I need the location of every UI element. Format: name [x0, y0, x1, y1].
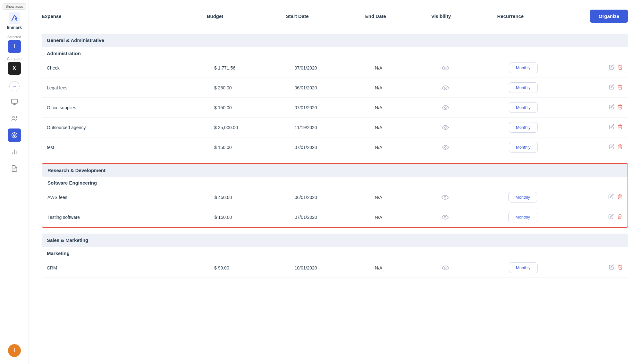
nav-icon-chart[interactable] [8, 145, 21, 159]
expense-end-date: N/A [375, 195, 442, 200]
delete-icon[interactable] [618, 64, 623, 71]
edit-icon[interactable] [608, 194, 614, 201]
recurrence-cell: Monthly [509, 102, 603, 113]
expense-end-date: N/A [375, 145, 442, 150]
expense-name: Testing software [47, 215, 215, 220]
edit-icon[interactable] [609, 84, 614, 91]
visibility-icon[interactable] [442, 64, 509, 71]
delete-icon[interactable] [617, 194, 622, 201]
nav-icon-budget[interactable] [8, 128, 21, 142]
selected-label: Selected [7, 35, 21, 39]
expense-row: CRM $ 99.00 10/01/2020 N/A Monthly [42, 258, 628, 278]
compare-section: Compare X [0, 57, 29, 75]
col-expense: Expense [42, 13, 207, 19]
recurrence-cell: Monthly [509, 82, 603, 93]
expense-end-date: N/A [375, 105, 442, 110]
section-group-general-admin: General & AdministrativeAdministration C… [42, 34, 628, 157]
svg-point-14 [444, 127, 446, 128]
svg-point-15 [444, 146, 446, 148]
expense-name: Legal fees [47, 85, 214, 90]
section-title-sales-marketing: Sales & Marketing [42, 234, 628, 247]
recurrence-badge[interactable]: Monthly [509, 82, 538, 93]
recurrence-badge[interactable]: Monthly [509, 102, 538, 113]
nav-icon-people[interactable] [8, 112, 21, 125]
expense-budget: $ 25,000.00 [214, 125, 295, 130]
expense-budget: $ 150.00 [215, 215, 295, 220]
edit-icon[interactable] [609, 124, 614, 131]
delete-icon[interactable] [617, 214, 622, 221]
subsection-title-software-engineering: Software Engineering [42, 177, 628, 187]
nav-icon-document[interactable] [8, 162, 21, 175]
edit-icon[interactable] [609, 104, 614, 111]
logo-area: finmark [7, 12, 22, 30]
visibility-icon[interactable] [442, 144, 509, 151]
recurrence-badge[interactable]: Monthly [508, 192, 537, 203]
edit-icon[interactable] [609, 64, 614, 71]
recurrence-badge[interactable]: Monthly [509, 142, 538, 153]
svg-point-13 [444, 107, 446, 109]
visibility-icon[interactable] [442, 104, 509, 111]
expense-budget: $ 1,771.56 [214, 65, 295, 70]
section-group-sales-marketing: Sales & MarketingMarketing CRM $ 99.00 1… [42, 234, 628, 278]
organize-button[interactable]: Organize [590, 10, 628, 23]
row-actions [603, 84, 623, 91]
visibility-icon[interactable] [442, 84, 509, 91]
visibility-icon[interactable] [442, 264, 509, 271]
edit-icon[interactable] [608, 214, 614, 221]
recurrence-badge[interactable]: Monthly [509, 122, 538, 133]
section-general-admin: General & AdministrativeAdministration C… [42, 34, 628, 157]
recurrence-cell: Monthly [508, 212, 602, 222]
delete-icon[interactable] [618, 84, 623, 91]
visibility-icon[interactable] [442, 214, 508, 221]
expense-start-date: 07/01/2020 [295, 65, 375, 70]
expense-start-date: 06/01/2020 [295, 85, 375, 90]
expense-row: Check $ 1,771.56 07/01/2020 N/A Monthly [42, 58, 628, 78]
user-avatar[interactable]: I [8, 344, 21, 357]
col-recurrence: Recurrence [497, 13, 590, 19]
show-apps-button[interactable]: Show apps [3, 3, 26, 10]
selected-avatar[interactable]: I [8, 40, 21, 53]
expense-budget: $ 99.00 [214, 265, 295, 270]
svg-point-12 [444, 87, 446, 89]
expense-row: Testing software $ 150.00 07/01/2020 N/A… [42, 207, 628, 227]
recurrence-badge[interactable]: Monthly [508, 212, 537, 222]
delete-icon[interactable] [618, 264, 623, 271]
svg-rect-0 [9, 12, 20, 24]
expense-end-date: N/A [375, 265, 442, 270]
recurrence-badge[interactable]: Monthly [509, 262, 538, 273]
row-actions [603, 124, 623, 131]
svg-point-11 [444, 67, 446, 69]
recurrence-badge[interactable]: Monthly [509, 62, 538, 73]
expand-arrow[interactable]: → [9, 81, 20, 91]
expense-end-date: N/A [375, 125, 442, 130]
sidebar-nav [8, 95, 21, 344]
expense-end-date: N/A [375, 65, 442, 70]
nav-icon-monitor[interactable] [8, 95, 21, 109]
table-header: Expense Budget Start Date End Date Visib… [42, 10, 628, 28]
expense-start-date: 06/01/2020 [295, 195, 375, 200]
expense-budget: $ 450.00 [215, 195, 295, 200]
expense-start-date: 07/01/2020 [295, 105, 375, 110]
expense-row: test $ 150.00 07/01/2020 N/A Monthly [42, 137, 628, 157]
delete-icon[interactable] [618, 104, 623, 111]
edit-icon[interactable] [609, 144, 614, 151]
edit-icon[interactable] [609, 264, 614, 271]
expense-name: AWS fees [47, 195, 215, 200]
compare-avatar[interactable]: X [8, 62, 21, 75]
sidebar-bottom: I [8, 344, 21, 361]
row-actions [602, 194, 622, 201]
visibility-icon[interactable] [442, 124, 509, 131]
expense-end-date: N/A [375, 215, 442, 220]
delete-icon[interactable] [618, 144, 623, 151]
visibility-icon[interactable] [442, 194, 508, 201]
row-actions [603, 144, 623, 151]
expense-budget: $ 150.00 [214, 145, 295, 150]
section-sales-marketing: Sales & MarketingMarketing CRM $ 99.00 1… [42, 234, 628, 278]
expense-budget: $ 250.00 [214, 85, 295, 90]
main-content: Expense Budget Start Date End Date Visib… [29, 0, 641, 364]
section-research-dev: Research & DevelopmentSoftware Engineeri… [42, 163, 628, 228]
sidebar: Show apps finmark Selected I Compare X → [0, 0, 29, 364]
delete-icon[interactable] [618, 124, 623, 131]
compare-label: Compare [7, 57, 21, 61]
row-actions [603, 64, 623, 71]
